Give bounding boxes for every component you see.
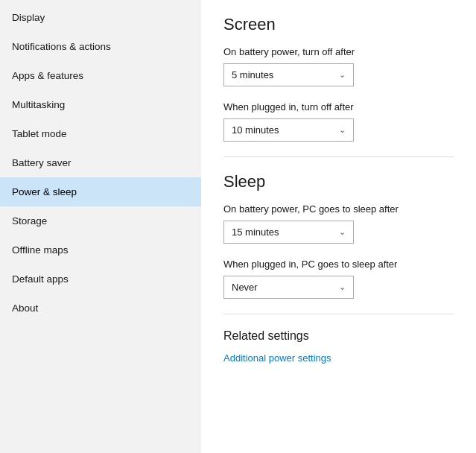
plugged-screen-chevron: ⌄: [339, 125, 346, 135]
sidebar-item-battery-saver[interactable]: Battery saver: [0, 148, 201, 177]
sidebar-item-notifications[interactable]: Notifications & actions: [0, 32, 201, 61]
screen-title: Screen: [223, 15, 454, 34]
battery-sleep-label: On battery power, PC goes to sleep after: [223, 203, 454, 215]
battery-screen-field: On battery power, turn off after 5 minut…: [223, 46, 454, 86]
sidebar-item-display[interactable]: Display: [0, 3, 201, 32]
plugged-sleep-dropdown[interactable]: Never ⌄: [223, 276, 354, 299]
sleep-title: Sleep: [223, 172, 454, 191]
battery-sleep-field: On battery power, PC goes to sleep after…: [223, 203, 454, 244]
sleep-section: Sleep On battery power, PC goes to sleep…: [223, 172, 454, 299]
plugged-sleep-field: When plugged in, PC goes to sleep after …: [223, 259, 454, 299]
sidebar-item-tablet-mode[interactable]: Tablet mode: [0, 119, 201, 148]
plugged-sleep-label: When plugged in, PC goes to sleep after: [223, 259, 454, 270]
related-title: Related settings: [223, 329, 454, 343]
battery-screen-chevron: ⌄: [339, 70, 346, 80]
plugged-screen-label: When plugged in, turn off after: [223, 101, 454, 113]
section-divider: [223, 156, 454, 157]
plugged-screen-field: When plugged in, turn off after 10 minut…: [223, 101, 454, 142]
battery-sleep-chevron: ⌄: [339, 227, 346, 237]
sidebar-item-power-sleep[interactable]: Power & sleep: [0, 177, 201, 206]
sidebar-item-default-apps[interactable]: Default apps: [0, 264, 201, 294]
sidebar-item-apps-features[interactable]: Apps & features: [0, 61, 201, 90]
sidebar-item-multitasking[interactable]: Multitasking: [0, 90, 201, 119]
battery-screen-dropdown[interactable]: 5 minutes ⌄: [223, 63, 354, 86]
battery-screen-label: On battery power, turn off after: [223, 46, 454, 57]
related-settings: Related settings Additional power settin…: [223, 329, 454, 364]
sidebar-item-storage[interactable]: Storage: [0, 206, 201, 235]
sidebar-item-offline-maps[interactable]: Offline maps: [0, 235, 201, 264]
battery-screen-value: 5 minutes: [232, 69, 273, 80]
sleep-related-divider: [223, 314, 454, 314]
plugged-screen-value: 10 minutes: [232, 124, 279, 136]
sidebar-item-about[interactable]: About: [0, 294, 201, 323]
sidebar: DisplayNotifications & actionsApps & fea…: [0, 0, 201, 453]
battery-sleep-dropdown[interactable]: 15 minutes ⌄: [223, 221, 354, 244]
main-content: Screen On battery power, turn off after …: [201, 0, 476, 453]
screen-section: Screen On battery power, turn off after …: [223, 15, 454, 142]
plugged-screen-dropdown[interactable]: 10 minutes ⌄: [223, 118, 354, 142]
plugged-sleep-value: Never: [232, 282, 258, 293]
battery-sleep-value: 15 minutes: [232, 226, 279, 238]
additional-power-settings-link[interactable]: Additional power settings: [223, 352, 331, 364]
plugged-sleep-chevron: ⌄: [339, 282, 346, 292]
